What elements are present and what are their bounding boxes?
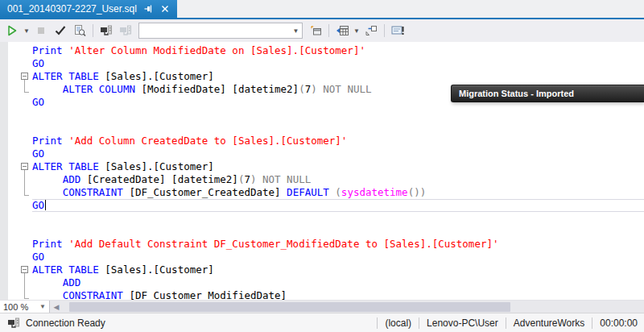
results-pane-icon (309, 24, 323, 37)
scroll-left-arrow[interactable]: ◀ (50, 301, 63, 313)
code-line: GO (0, 251, 644, 264)
code-line: ADD [CreatedDate] [datetime2](7) NOT NUL… (0, 173, 644, 186)
code-text: ALTER TABLE [Sales].[Customer] (32, 160, 644, 173)
tab-title: 001_20140307-2227_User.sql (7, 3, 137, 15)
fold-gutter (0, 83, 32, 96)
code-text: CONSTRAINT [DF_Customer_CreatedDate] DEF… (32, 186, 644, 199)
query-options-icon (364, 24, 378, 37)
query-options-button[interactable] (362, 22, 380, 39)
login-name: Lenovo-PC\User (419, 317, 506, 329)
code-line: CONSTRAINT [DF_Customer_CreatedDate] DEF… (0, 186, 644, 199)
code-line: ALTER TABLE [Sales].[Customer] (0, 70, 644, 83)
chevron-down-icon: ▼ (39, 303, 46, 310)
code-line: GO (0, 147, 644, 160)
new-comment-button[interactable] (389, 22, 407, 39)
results-grid-icon (336, 24, 349, 37)
fold-gutter (0, 251, 32, 264)
code-text (32, 122, 644, 135)
code-text (32, 212, 644, 225)
document-tab-strip: 001_20140307-2227_User.sql (0, 0, 644, 18)
document-tab[interactable]: 001_20140307-2227_User.sql (0, 0, 177, 18)
fold-gutter (0, 147, 32, 160)
execute-icon (6, 24, 19, 37)
stop-icon (35, 24, 47, 37)
horizontal-scrollbar[interactable] (63, 301, 644, 313)
chevron-down-icon[interactable]: ▼ (290, 23, 302, 38)
results-options-dropdown[interactable]: ▼ (353, 27, 361, 35)
fold-gutter (0, 225, 32, 238)
code-text: CONSTRAINT [DF_Customer_ModifiedDate] (32, 289, 644, 300)
server-name: (local) (378, 317, 419, 329)
estimated-plan-icon (73, 24, 86, 37)
fold-gutter (0, 122, 32, 135)
toolbar-separator (93, 24, 93, 37)
code-text: GO (32, 57, 644, 70)
code-line (0, 109, 644, 122)
code-line: GO (0, 57, 644, 70)
fold-gutter (0, 70, 32, 83)
code-text: ALTER TABLE [Sales].[Customer] (32, 264, 644, 276)
comment-icon (390, 24, 405, 37)
pin-icon[interactable] (142, 3, 154, 15)
fold-gutter (0, 109, 32, 122)
zoom-level-value: 100 % (3, 302, 33, 312)
code-text: GO (32, 251, 644, 264)
parse-check-icon (54, 24, 67, 37)
code-line (0, 225, 644, 238)
zoom-level-dropdown[interactable]: 100 % ▼ (0, 301, 50, 313)
close-icon[interactable] (159, 3, 171, 15)
connect-button[interactable] (97, 22, 115, 39)
fold-gutter (0, 289, 32, 300)
elapsed-time: 00:00:00 (592, 317, 638, 329)
code-line: ALTER TABLE [Sales].[Customer] (0, 160, 644, 173)
code-line: Print 'Add Default Constraint DF_Custome… (0, 238, 644, 251)
status-bar: Connection Ready (local) Lenovo-PC\User … (0, 313, 644, 332)
database-input[interactable] (139, 23, 290, 38)
fold-gutter (0, 160, 32, 173)
collapse-region-icon[interactable] (21, 73, 28, 80)
code-text: ADD (32, 276, 644, 289)
estimated-plan-button[interactable] (71, 22, 89, 39)
collapse-region-icon[interactable] (21, 266, 28, 273)
parse-button[interactable] (52, 22, 69, 39)
fold-gutter (0, 173, 32, 186)
database-name: AdventureWorks (506, 317, 592, 329)
migration-status-tooltip: Migration Status - Imported (451, 85, 644, 102)
execute-button[interactable] (3, 22, 21, 39)
toolbar-separator (328, 24, 329, 37)
results-to-grid-button[interactable] (333, 22, 351, 39)
code-line: Print 'Alter Column ModifiedDate on [Sal… (0, 44, 644, 57)
code-text: Print 'Alter Column ModifiedDate on [Sal… (32, 44, 644, 57)
code-line: ADD (0, 276, 644, 289)
sql-editor-toolbar: ▼ (0, 19, 644, 42)
disconnect-button[interactable] (117, 22, 134, 39)
code-line (0, 212, 644, 225)
migration-status-text: Migration Status - Imported (459, 89, 574, 98)
fold-gutter (0, 276, 32, 289)
scrollbar-thumb[interactable] (69, 302, 510, 312)
code-text: ADD [CreatedDate] [datetime2](7) NOT NUL… (32, 173, 644, 186)
disconnect-icon (118, 24, 133, 37)
fold-gutter (0, 264, 32, 276)
collapse-region-icon[interactable] (21, 163, 28, 170)
fold-gutter (0, 186, 32, 199)
ssms-window: 001_20140307-2227_User.sql ▼ (0, 0, 644, 332)
fold-gutter (0, 199, 32, 212)
code-text: GO (32, 199, 644, 212)
code-text: Print 'Add Default Constraint DF_Custome… (32, 238, 644, 251)
code-text: GO (32, 147, 644, 160)
text-caret (45, 200, 46, 210)
fold-gutter (0, 57, 32, 70)
code-text: Print 'Add Column CreatedDate to [Sales]… (32, 135, 644, 147)
code-text: ALTER TABLE [Sales].[Customer] (32, 70, 644, 83)
connect-icon (99, 24, 114, 37)
stop-button[interactable] (32, 22, 50, 39)
available-databases-combobox[interactable]: ▼ (138, 23, 303, 39)
results-pane-button[interactable] (307, 22, 324, 39)
sql-code-editor[interactable]: Print 'Alter Column ModifiedDate on [Sal… (0, 42, 644, 300)
code-text (32, 109, 644, 122)
editor-bottom-bar: 100 % ▼ ◀ (0, 300, 644, 313)
execute-options-dropdown[interactable]: ▼ (23, 27, 31, 35)
code-line (0, 122, 644, 135)
fold-gutter (0, 96, 32, 109)
